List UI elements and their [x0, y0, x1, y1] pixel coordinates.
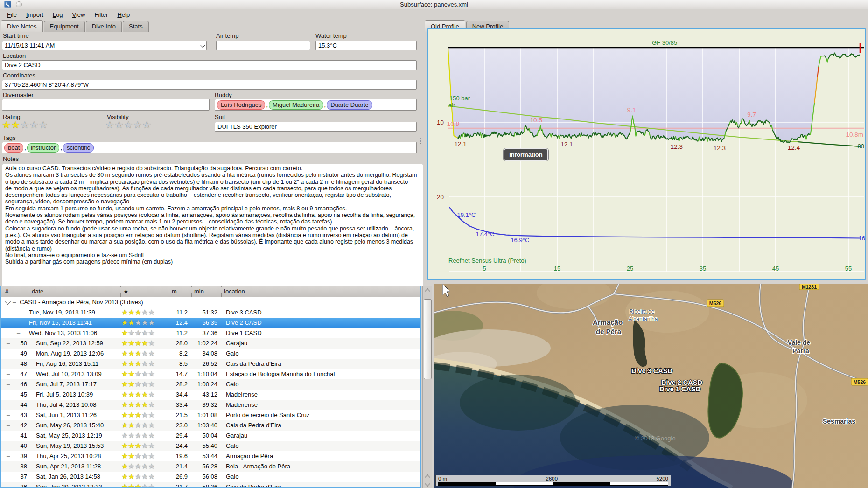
menu-filter[interactable]: Filter [90, 10, 112, 20]
star-icon: ★ [135, 390, 141, 398]
scrollbar-thumb[interactable] [424, 299, 432, 379]
place-label-vale-de: Vale de [788, 339, 810, 346]
depth-annotation: 10.5 [530, 117, 542, 124]
dive-site-label-3[interactable]: Dive 3 CASD [631, 367, 672, 375]
star-icon: ★ [121, 452, 128, 460]
pill-miguel-madureira: Miguel Madureira [269, 100, 323, 110]
time-axis-tick: 55 [845, 265, 852, 272]
splitter-handle[interactable]: ••• [420, 138, 423, 145]
col-rating[interactable]: ★ [120, 286, 169, 297]
visibility-stars[interactable]: ★★★★★ [105, 120, 152, 130]
water-temp-input[interactable] [315, 41, 417, 50]
star-icon: ★ [141, 473, 148, 481]
star-icon: ★ [128, 390, 134, 398]
divemaster-input[interactable] [2, 99, 210, 111]
star-icon: ★ [121, 462, 128, 470]
dive-row[interactable]: –48Fri, Aug 16, 2013 15:11★★★★★8.526:52C… [1, 359, 420, 369]
star-icon: ★ [135, 380, 141, 388]
map-scale-bar: 0 m 2600 5200 [435, 475, 671, 486]
dive-row[interactable]: –43Sat, Jun 1, 2013 11:26★★★★★21.51:01:0… [1, 410, 420, 420]
rating-stars[interactable]: ★★★★★ [2, 120, 48, 130]
dive-row[interactable]: –Fri, Nov 15, 2013 11:41★★★★★12.456:35Di… [1, 318, 420, 328]
chevron-down-icon[interactable] [200, 42, 205, 47]
star-icon: ★ [121, 319, 128, 327]
menu-log[interactable]: Log [48, 10, 68, 20]
dive-row[interactable]: –47Wed, Jul 10, 2013 13:09★★★★★14.71:10:… [1, 369, 420, 379]
dive-row[interactable]: –50Sun, Sep 22, 2013 12:59★★★★★28.01:02:… [1, 338, 420, 349]
left-tab-bar: Dive NotesEquipmentDive InfoStats [1, 20, 150, 32]
dive-row[interactable]: –45Fri, Jul 5, 2013 10:39★★★★★34.443:12M… [1, 390, 420, 400]
dive-profile-chart[interactable]: GF 30/85150 barair80102051525354555Reefn… [427, 28, 866, 280]
buddy-field[interactable]: Luís Rodrigues,Miguel Madureira,Duarte D… [215, 99, 417, 111]
tags-field[interactable]: boat,instructor,scientific [2, 142, 417, 153]
dive-row[interactable]: –Tue, Nov 19, 2013 11:39★★★★★11.251:32Di… [1, 307, 420, 318]
depth-axis-tick: 20 [437, 194, 444, 201]
dive-profile-line [673, 136, 676, 140]
location-input[interactable] [2, 60, 417, 70]
dive-row[interactable]: –44Thu, Jul 4, 2013 10:08★★★★★33.439:32M… [1, 400, 420, 410]
place-label-armacao: Armação [593, 318, 623, 326]
dive-row[interactable]: –38Sun, Apr 21, 2013 11:28★★★★★21.456:28… [1, 461, 420, 472]
dive-profile-line [698, 137, 700, 141]
col-date[interactable]: date [29, 286, 120, 297]
star-icon: ★ [148, 462, 154, 470]
menu-file[interactable]: File [2, 10, 21, 20]
notes-textarea[interactable]: Aula do curso CASD. Transectos c/video e… [2, 164, 423, 286]
start-time-label: Start time [3, 32, 29, 39]
scale-mid: 2600 [546, 476, 558, 482]
scroll-down-icon[interactable] [425, 481, 430, 486]
dive-row[interactable]: –46Sun, Jul 7, 2013 17:17★★★★★28.21:00:2… [1, 379, 420, 390]
dive-row[interactable]: –39Thu, Apr 25, 2013 10:28★★★★★19.653:44… [1, 451, 420, 461]
suit-input[interactable] [215, 122, 417, 132]
star-icon: ★ [148, 483, 154, 488]
dive-row[interactable]: –42Sun, May 26, 2013 15:40★★★★★23.01:03:… [1, 420, 420, 431]
dive-site-label-1[interactable]: Dive 1 CASD [659, 385, 700, 393]
tab-stats[interactable]: Stats [123, 21, 149, 32]
dive-list: # date ★ m min location – CASD - Armação… [0, 286, 421, 488]
app-icon [4, 1, 11, 8]
pill-instructor: instructor [27, 143, 59, 153]
time-axis-tick: 45 [772, 265, 779, 272]
time-axis-tick: 5 [483, 265, 486, 272]
air-temp-input[interactable] [216, 41, 310, 50]
dive-row[interactable]: –Wed, Nov 13, 2013 11:06★★★★★11.237:36Di… [1, 328, 420, 338]
tab-equipment[interactable]: Equipment [44, 21, 85, 32]
place-label-alcantarilha: Alcantarilha [629, 316, 658, 322]
star-icon: ★ [128, 442, 134, 450]
tab-dive-info[interactable]: Dive Info [86, 21, 122, 32]
scroll-up-icon[interactable] [425, 288, 430, 293]
star-icon: ★ [135, 360, 141, 368]
coordinates-input[interactable] [2, 80, 417, 90]
title-bar[interactable]: Subsurface: paneves.xml [0, 0, 868, 9]
star-icon: ★ [135, 442, 141, 450]
menu-help[interactable]: Help [112, 10, 134, 20]
col-number[interactable]: # [1, 286, 29, 297]
col-duration[interactable]: min [191, 286, 221, 297]
tab-dive-notes[interactable]: Dive Notes [1, 20, 43, 32]
star-icon: ★ [141, 432, 148, 439]
dive-row[interactable]: –41Sat, May 25, 2013 12:19★★★★★29.450:04… [1, 431, 420, 441]
star-icon: ★ [121, 442, 128, 450]
pill-lu-s-rodrigues: Luís Rodrigues [217, 100, 265, 110]
menu-import[interactable]: Import [21, 10, 48, 20]
dive-row[interactable]: –49Mon, Aug 19, 2013 12:06★★★★★8.234:08G… [1, 349, 420, 359]
col-depth[interactable]: m [169, 286, 191, 297]
dive-site-map[interactable]: M526 M1281 M526 Armação de Pêra Vale de … [434, 284, 868, 488]
menu-view[interactable]: View [68, 10, 90, 20]
col-location[interactable]: location [221, 286, 420, 297]
start-time-combobox[interactable]: 11/15/13 11:41 AM [2, 41, 207, 50]
star-icon: ★ [148, 370, 154, 378]
information-button[interactable]: Information [504, 148, 548, 161]
trip-row[interactable]: – CASD - Armação de Pêra, Nov 2013 (3 di… [1, 297, 420, 307]
dive-row[interactable]: –36Sun, Jan 20, 2013 12:33★★★★★21.758:36… [1, 482, 420, 488]
dive-row[interactable]: –37Sat, Jan 26, 2013 14:58★★★★★26.956:08… [1, 472, 420, 482]
depth-annotation: 12.1 [560, 141, 573, 148]
scroll-up-icon[interactable] [425, 474, 430, 480]
depth-axis-tick: 10 [437, 119, 444, 126]
collapse-arrow-icon[interactable] [5, 299, 11, 305]
window-menu-icon[interactable] [16, 1, 22, 7]
dive-list-header[interactable]: # date ★ m min location [1, 286, 420, 297]
star-icon: ★ [128, 370, 134, 378]
dive-list-scrollbar[interactable] [422, 286, 432, 488]
dive-row[interactable]: –40Sun, May 19, 2013 15:53★★★★★24.455:40… [1, 441, 420, 451]
